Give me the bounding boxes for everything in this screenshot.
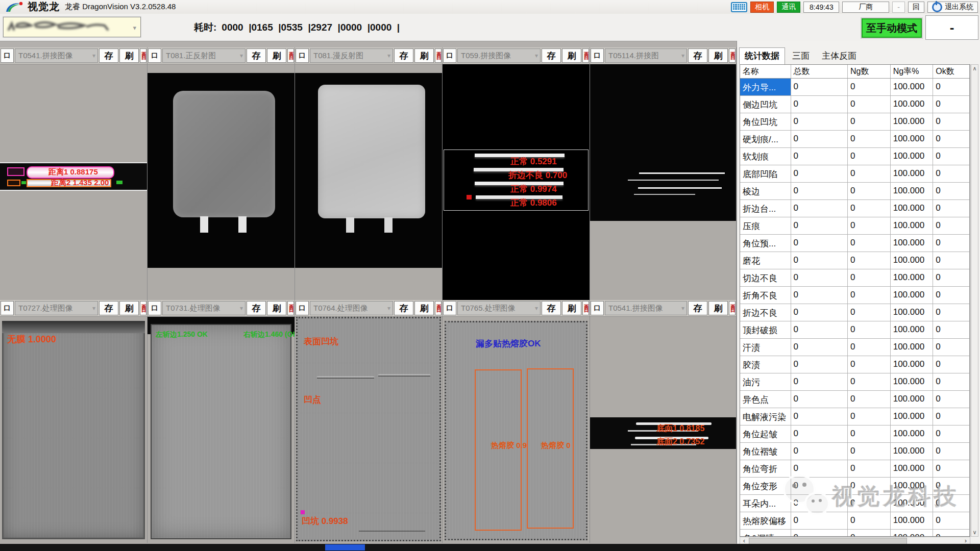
- panel-select-button[interactable]: 口: [1, 48, 14, 63]
- table-row[interactable]: 角位弯折00100.0000: [740, 460, 970, 478]
- panel-refresh-button[interactable]: 刷: [119, 48, 139, 63]
- table-row[interactable]: 汗渍00100.0000: [740, 339, 970, 356]
- program-select-dropdown[interactable]: ▾: [3, 17, 141, 37]
- panel-select-button[interactable]: 口: [591, 48, 604, 63]
- table-row[interactable]: 磨花00100.0000: [740, 252, 970, 269]
- defect-name-cell[interactable]: 汗渍: [740, 339, 791, 356]
- panel-select-button[interactable]: 口: [296, 48, 309, 63]
- defect-name-cell[interactable]: 角位预...: [740, 235, 791, 252]
- panel-source-dropdown[interactable]: T0764.处理图像▾: [310, 301, 393, 315]
- defect-name-cell[interactable]: 棱边: [740, 183, 791, 199]
- minimize-button[interactable]: -: [892, 2, 905, 13]
- panel-refresh-button[interactable]: 刷: [414, 301, 434, 315]
- panel-select-button[interactable]: 口: [591, 301, 604, 315]
- to-manual-mode-button[interactable]: 至手动模式: [862, 18, 922, 38]
- vendor-button[interactable]: 厂商: [842, 2, 889, 13]
- panel-source-dropdown[interactable]: T081.正反射图▾: [162, 48, 246, 63]
- panel-source-dropdown[interactable]: T0541.拼接图像▾: [605, 301, 687, 315]
- exit-system-button[interactable]: 退出系统: [927, 2, 978, 13]
- panel-refresh-button[interactable]: 刷: [119, 301, 139, 315]
- table-row[interactable]: 油污00100.0000: [740, 373, 970, 391]
- defect-name-cell[interactable]: 顶封破损: [740, 321, 791, 338]
- panel-config-button[interactable]: 配: [582, 301, 589, 315]
- panel-config-button[interactable]: 配: [287, 301, 294, 315]
- defect-name-cell[interactable]: 角位褶皱: [740, 443, 791, 460]
- table-row[interactable]: 顶封破损00100.0000: [740, 321, 970, 339]
- panel-save-button[interactable]: 存: [688, 48, 707, 63]
- panel-select-button[interactable]: 口: [296, 301, 309, 315]
- panel-config-button[interactable]: 配: [435, 48, 442, 63]
- defect-name-cell[interactable]: 胶渍: [740, 356, 791, 373]
- panel-source-dropdown[interactable]: T05114.拼接图▾: [605, 48, 687, 63]
- defect-name-cell[interactable]: 切边不良: [740, 269, 791, 286]
- table-row[interactable]: 切边不良00100.0000: [740, 269, 970, 287]
- defect-name-cell[interactable]: 电解液污染: [740, 408, 791, 425]
- tab-statistics[interactable]: 统计数据: [739, 47, 785, 64]
- table-row[interactable]: 角位凹坑00100.0000: [740, 113, 970, 131]
- table-row[interactable]: 软划痕00100.0000: [740, 148, 970, 165]
- defect-name-cell[interactable]: 异色点: [740, 391, 791, 408]
- panel-source-dropdown[interactable]: T0731.处理图像▾: [162, 301, 246, 315]
- panel-select-button[interactable]: 口: [1, 301, 14, 315]
- panel-save-button[interactable]: 存: [247, 301, 266, 315]
- table-row[interactable]: 底部凹陷00100.0000: [740, 165, 970, 183]
- panel-config-button[interactable]: 配: [582, 48, 589, 63]
- table-row[interactable]: 压痕00100.0000: [740, 217, 970, 235]
- table-row[interactable]: 棱边00100.0000: [740, 183, 970, 200]
- defect-name-cell[interactable]: 油污: [740, 373, 791, 390]
- col-total[interactable]: 总数: [791, 65, 848, 78]
- scroll-down-icon[interactable]: ∨: [971, 529, 978, 536]
- table-row[interactable]: 角位褶皱00100.0000: [740, 443, 970, 460]
- restore-button[interactable]: 回: [908, 2, 924, 13]
- table-row[interactable]: 侧边凹坑00100.0000: [740, 96, 970, 113]
- defect-name-cell[interactable]: 底部凹陷: [740, 165, 791, 182]
- defect-name-cell[interactable]: 角位起皱: [740, 425, 791, 442]
- defect-name-cell[interactable]: 软划痕: [740, 148, 791, 165]
- table-row[interactable]: 外力导...00100.0000: [740, 79, 970, 96]
- table-row[interactable]: 胶渍00100.0000: [740, 356, 970, 373]
- panel-select-button[interactable]: 口: [443, 301, 456, 315]
- panel-refresh-button[interactable]: 刷: [562, 301, 581, 315]
- panel-config-button[interactable]: 配: [729, 301, 736, 315]
- table-row[interactable]: 异色点00100.0000: [740, 391, 970, 408]
- panel-save-button[interactable]: 存: [394, 301, 413, 315]
- keyboard-icon[interactable]: [731, 2, 747, 12]
- defect-name-cell[interactable]: 压痕: [740, 217, 791, 234]
- scroll-left-icon[interactable]: ‹: [740, 537, 748, 544]
- col-name[interactable]: 名称: [740, 65, 791, 78]
- defect-name-cell[interactable]: 耳朵内...: [740, 495, 791, 512]
- defect-name-cell[interactable]: 多&漏喷...: [740, 530, 791, 537]
- panel-save-button[interactable]: 存: [394, 48, 413, 63]
- comm-status-button[interactable]: 通讯: [777, 2, 800, 13]
- panel-config-button[interactable]: 配: [435, 301, 442, 315]
- panel-source-dropdown[interactable]: T0727.处理图像▾: [15, 301, 98, 315]
- panel-config-button[interactable]: 配: [287, 48, 294, 63]
- panel-save-button[interactable]: 存: [688, 301, 707, 315]
- col-ng-rate[interactable]: Ng率%: [891, 65, 934, 78]
- camera-status-button[interactable]: 相机: [750, 2, 774, 13]
- panel-select-button[interactable]: 口: [443, 48, 456, 63]
- col-ok[interactable]: Ok数: [933, 65, 970, 78]
- panel-config-button[interactable]: 配: [140, 48, 146, 63]
- collapse-panel-button[interactable]: -: [925, 15, 978, 40]
- defect-name-cell[interactable]: 角位弯折: [740, 460, 791, 477]
- table-row[interactable]: 角位起皱00100.0000: [740, 425, 970, 443]
- panel-refresh-button[interactable]: 刷: [708, 48, 728, 63]
- panel-config-button[interactable]: 配: [729, 48, 736, 63]
- panel-source-dropdown[interactable]: T081.漫反射图▾: [310, 48, 393, 63]
- table-row[interactable]: 折角不良00100.0000: [740, 287, 970, 304]
- table-vertical-scrollbar[interactable]: ∧ ∨: [971, 64, 978, 537]
- taskbar-item[interactable]: [325, 544, 365, 550]
- defect-name-cell[interactable]: 折边不良: [740, 304, 791, 321]
- panel-save-button[interactable]: 存: [247, 48, 266, 63]
- table-row[interactable]: 角位变形00100.0000: [740, 478, 970, 495]
- defect-name-cell[interactable]: 热熔胶偏移: [740, 512, 791, 529]
- table-row[interactable]: 多&漏喷...00100.0000: [740, 530, 970, 537]
- table-row[interactable]: 折边台...00100.0000: [740, 200, 970, 217]
- table-row[interactable]: 硬划痕/...00100.0000: [740, 131, 970, 148]
- defect-name-cell[interactable]: 侧边凹坑: [740, 96, 791, 113]
- defect-name-cell[interactable]: 硬划痕/...: [740, 131, 791, 147]
- panel-config-button[interactable]: 配: [140, 301, 146, 315]
- panel-source-dropdown[interactable]: T059.拼接图像▾: [457, 48, 541, 63]
- panel-select-button[interactable]: 口: [148, 301, 161, 315]
